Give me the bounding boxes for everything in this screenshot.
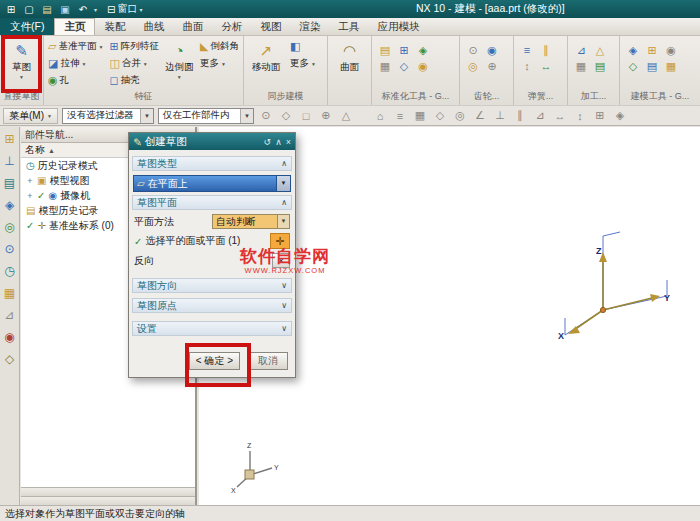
sync-more-button[interactable]: 更多 ▼ xyxy=(288,55,318,72)
file-menu-button[interactable]: 文件(F) xyxy=(0,18,54,35)
tool-icon[interactable] xyxy=(378,59,392,73)
tool-icon[interactable] xyxy=(397,59,411,73)
move-vertical-icon[interactable] xyxy=(572,110,588,122)
surface-button[interactable]: 曲面 xyxy=(330,38,369,74)
tab-assembly[interactable]: 装配 xyxy=(95,18,134,35)
tool-icon[interactable] xyxy=(520,59,534,73)
sketch-origin-section-header[interactable]: 草图原点 ∨ xyxy=(132,298,292,313)
tool-icon[interactable] xyxy=(664,43,678,57)
tool-icon[interactable] xyxy=(539,43,553,57)
hd3d-tools-icon[interactable] xyxy=(2,220,18,234)
reuse-library-icon[interactable] xyxy=(2,198,18,212)
tool-icon[interactable] xyxy=(574,43,588,57)
expand-icon[interactable]: + xyxy=(26,191,34,201)
edge-blend-button[interactable]: 边倒圆 ▼ xyxy=(163,38,196,80)
tab-analysis[interactable]: 分析 xyxy=(212,18,251,35)
tab-surface[interactable]: 曲面 xyxy=(173,18,212,35)
tool-icon[interactable] xyxy=(626,59,640,73)
ok-button[interactable]: < 确定 > xyxy=(189,352,240,370)
plane-method-dropdown[interactable]: 自动判断 ▼ xyxy=(212,214,290,229)
menu-button[interactable]: 菜单(M) ▼ xyxy=(3,108,58,124)
view-wireframe-icon[interactable] xyxy=(432,109,448,122)
web-browser-icon[interactable] xyxy=(2,242,18,256)
tab-home[interactable]: 主页 xyxy=(54,18,95,35)
panel-splitter[interactable] xyxy=(21,487,195,496)
chamfer-button[interactable]: 倒斜角 xyxy=(198,38,241,55)
tool-icon[interactable] xyxy=(466,43,480,57)
unite-button[interactable]: 合并 ▼ xyxy=(107,55,160,72)
render-style-icon[interactable] xyxy=(612,109,628,122)
tool-icon[interactable] xyxy=(378,43,392,57)
dialog-close-icon[interactable]: × xyxy=(286,137,291,147)
tool-icon[interactable] xyxy=(485,43,499,57)
tool-icon[interactable] xyxy=(593,59,607,73)
view-triad[interactable]: Z Y X xyxy=(228,437,280,495)
constraint-perpendicular-icon[interactable] xyxy=(492,109,508,122)
tool-icon[interactable] xyxy=(520,43,534,57)
snap-endpoint-icon[interactable] xyxy=(298,110,314,122)
sketch-button[interactable]: 草图 ▼ xyxy=(2,38,41,80)
tab-application[interactable]: 应用模块 xyxy=(368,18,428,35)
move-face-button[interactable]: 移动面 xyxy=(246,38,286,74)
assembly-navigator-icon[interactable] xyxy=(2,132,18,146)
tool-icon[interactable] xyxy=(485,59,499,73)
move-horizontal-icon[interactable] xyxy=(552,110,568,122)
open-file-icon[interactable] xyxy=(40,3,54,16)
panel-splitter[interactable] xyxy=(21,496,195,505)
tool-icon[interactable] xyxy=(574,59,588,73)
process-studio-icon[interactable] xyxy=(2,286,18,300)
datum-plane-button[interactable]: 基准平面 ▼ xyxy=(46,38,105,55)
tool-icon[interactable] xyxy=(416,59,430,73)
tool-icon[interactable] xyxy=(397,43,411,57)
part-navigator-icon[interactable] xyxy=(2,176,18,190)
roles-icon[interactable] xyxy=(2,330,18,344)
view-shaded-icon[interactable] xyxy=(412,109,428,122)
checkmark-icon[interactable]: ✓ xyxy=(37,190,45,201)
checkmark-icon[interactable]: ✓ xyxy=(26,220,34,231)
datum-csys-triad[interactable]: Z Y X xyxy=(540,218,690,343)
new-file-icon[interactable] xyxy=(22,3,36,16)
constraint-tangent-icon[interactable] xyxy=(532,109,548,122)
qat-customize-icon[interactable]: ▾ xyxy=(94,6,97,13)
sync-tool-button[interactable] xyxy=(288,38,318,55)
constraint-navigator-icon[interactable] xyxy=(2,154,18,168)
pattern-feature-button[interactable]: 阵列特征 xyxy=(107,38,160,55)
measure-angle-icon[interactable] xyxy=(472,109,488,122)
tab-tools[interactable]: 工具 xyxy=(329,18,368,35)
sketch-type-section-header[interactable]: 草图类型 ∧ xyxy=(132,156,292,171)
grid-icon[interactable] xyxy=(592,109,608,122)
dialog-titlebar[interactable]: 创建草图 ↺ ∧ × xyxy=(129,133,295,150)
tab-curve[interactable]: 曲线 xyxy=(134,18,173,35)
hole-button[interactable]: 孔 xyxy=(46,72,105,89)
view-home-icon[interactable] xyxy=(372,110,388,122)
tab-render[interactable]: 渲染 xyxy=(290,18,329,35)
settings-section-header[interactable]: 设置 ∨ xyxy=(132,321,292,336)
sketch-orientation-section-header[interactable]: 草图方向 ∨ xyxy=(132,278,292,293)
history-icon[interactable] xyxy=(2,264,18,278)
selection-filter-dropdown[interactable]: 没有选择过滤器 ▼ xyxy=(62,108,154,124)
sketch-type-dropdown[interactable]: 在平面上 ▼ xyxy=(133,175,291,192)
extrude-button[interactable]: 拉伸 ▼ xyxy=(46,55,105,72)
tool-icon[interactable] xyxy=(626,43,640,57)
tool-icon[interactable] xyxy=(645,59,659,73)
snap-center-icon[interactable] xyxy=(318,109,334,122)
snap-point-icon[interactable] xyxy=(258,109,274,122)
snap-vertex-icon[interactable] xyxy=(338,109,354,122)
view-menu-icon[interactable] xyxy=(392,110,408,122)
shell-button[interactable]: 抽壳 xyxy=(107,72,160,89)
dialog-collapse-icon[interactable]: ∧ xyxy=(275,137,282,147)
tool-icon[interactable] xyxy=(466,59,480,73)
sketch-plane-section-header[interactable]: 草图平面 ∧ xyxy=(132,195,292,210)
selection-scope-dropdown[interactable]: 仅在工作部件内 ▼ xyxy=(158,108,254,124)
manufacturing-wizard-icon[interactable] xyxy=(2,308,18,322)
tool-icon[interactable] xyxy=(416,43,430,57)
snap-midpoint-icon[interactable] xyxy=(278,109,294,122)
tool-icon[interactable] xyxy=(593,43,607,57)
tab-view[interactable]: 视图 xyxy=(251,18,290,35)
tool-icon[interactable] xyxy=(539,59,553,73)
cancel-button[interactable]: 取消 xyxy=(248,352,288,370)
feature-more-button[interactable]: 更多 ▼ xyxy=(198,55,241,72)
tool-icon[interactable] xyxy=(645,43,659,57)
window-menu[interactable]: 窗口 ▾ xyxy=(107,2,142,16)
system-materials-icon[interactable] xyxy=(2,352,18,366)
